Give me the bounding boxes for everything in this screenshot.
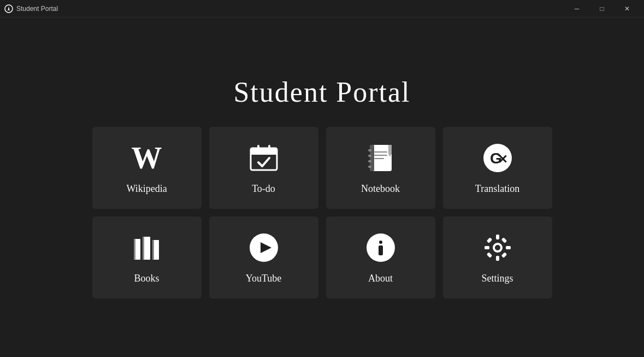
- svg-rect-39: [501, 252, 507, 258]
- svg-rect-15: [374, 158, 384, 159]
- todo-icon: [247, 142, 280, 174]
- books-label: Books: [134, 273, 159, 284]
- svg-rect-24: [152, 240, 154, 260]
- svg-rect-10: [368, 166, 371, 168]
- youtube-tile[interactable]: YouTube: [209, 216, 318, 299]
- svg-point-28: [379, 241, 382, 244]
- titlebar-controls: ─ □ ✕: [564, 0, 640, 17]
- svg-rect-34: [485, 246, 489, 249]
- youtube-icon: [247, 231, 280, 264]
- svg-rect-32: [496, 235, 499, 239]
- svg-rect-35: [506, 246, 511, 249]
- svg-rect-36: [486, 237, 492, 243]
- notebook-tile[interactable]: Notebook: [326, 127, 435, 209]
- svg-rect-9: [368, 160, 371, 162]
- settings-tile[interactable]: Settings: [443, 216, 552, 299]
- svg-point-31: [495, 245, 500, 250]
- title-bar: Student Portal ─ □ ✕: [0, 0, 644, 17]
- svg-rect-29: [379, 245, 383, 255]
- about-label: About: [368, 273, 393, 284]
- maximize-button[interactable]: □: [589, 0, 615, 17]
- svg-rect-2: [251, 148, 277, 155]
- svg-text:✕: ✕: [498, 153, 507, 166]
- svg-rect-7: [368, 149, 371, 151]
- svg-rect-8: [368, 155, 371, 157]
- books-tile[interactable]: Books: [92, 216, 202, 299]
- todo-tile[interactable]: To-do: [209, 127, 318, 209]
- wikipedia-tile[interactable]: W Wikipedia: [92, 127, 202, 209]
- books-icon: [131, 231, 163, 264]
- svg-rect-22: [143, 237, 144, 260]
- about-icon: [364, 231, 397, 264]
- settings-icon: [481, 231, 514, 264]
- svg-rect-37: [486, 252, 492, 258]
- translation-label: Translation: [475, 183, 519, 195]
- wikipedia-label: Wikipedia: [126, 183, 167, 195]
- svg-rect-14: [374, 155, 387, 156]
- svg-rect-11: [388, 145, 392, 154]
- todo-label: To-do: [252, 183, 275, 195]
- notebook-label: Notebook: [361, 183, 400, 195]
- app-heading: Student Portal: [233, 76, 410, 108]
- svg-rect-3: [257, 145, 259, 151]
- app-grid: W Wikipedia To-do: [92, 127, 552, 299]
- minimize-button[interactable]: ─: [564, 0, 589, 17]
- settings-label: Settings: [481, 273, 513, 284]
- svg-rect-4: [268, 145, 270, 151]
- wikipedia-icon: W: [131, 142, 163, 174]
- youtube-label: YouTube: [246, 273, 282, 284]
- translation-tile[interactable]: G ✕ Translation: [443, 127, 552, 209]
- title-bar-left: Student Portal: [4, 4, 58, 13]
- notebook-icon: [364, 142, 397, 174]
- svg-rect-13: [374, 151, 387, 153]
- app-icon: [4, 4, 13, 13]
- svg-rect-20: [134, 239, 135, 260]
- titlebar-title: Student Portal: [16, 5, 58, 13]
- svg-rect-33: [496, 256, 499, 261]
- translation-icon: G ✕: [481, 142, 514, 174]
- svg-rect-38: [501, 237, 507, 243]
- close-button[interactable]: ✕: [615, 0, 640, 17]
- main-content: Student Portal W Wikipedia: [0, 17, 644, 357]
- about-tile[interactable]: About: [326, 216, 435, 299]
